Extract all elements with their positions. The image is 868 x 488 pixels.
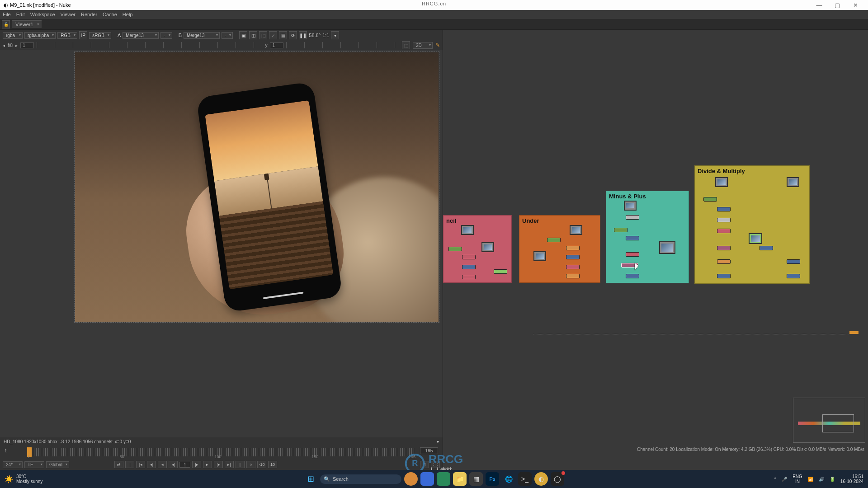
- taskbar-search[interactable]: 🔍 Search: [320, 474, 401, 484]
- grade-node[interactable]: [462, 255, 476, 259]
- wifi-icon[interactable]: 📶: [808, 477, 813, 482]
- fstop-label[interactable]: f/8: [8, 43, 13, 48]
- language-indicator[interactable]: ENG IN: [793, 474, 802, 484]
- grade-node[interactable]: [566, 265, 580, 269]
- photoshop-icon[interactable]: Ps: [486, 472, 499, 486]
- start-button[interactable]: ⊞: [304, 472, 317, 486]
- offscreen-node[interactable]: [849, 331, 859, 334]
- current-frame[interactable]: 1: [179, 462, 190, 468]
- play-fwd-button[interactable]: ▸: [203, 461, 212, 468]
- menu-file[interactable]: File: [3, 12, 11, 17]
- nuke-taskbar-icon[interactable]: ◐: [534, 472, 548, 486]
- ip-toggle[interactable]: IP: [79, 31, 87, 39]
- info-expand-icon[interactable]: ▾: [437, 439, 439, 444]
- windows-taskbar[interactable]: ☀️ 30°C Mostly sunny ⊞ 🔍 Search 📁 ▦ Ps 🌐…: [0, 470, 868, 488]
- prev-frame-icon[interactable]: ◂: [3, 43, 5, 48]
- play-back-button[interactable]: ◂: [158, 461, 167, 468]
- sync-icon[interactable]: ⇄: [114, 461, 123, 468]
- transform-node[interactable]: [566, 255, 580, 259]
- viewer-menu-icon[interactable]: ▾: [331, 31, 339, 39]
- step-fwd-button[interactable]: |▸: [192, 461, 201, 468]
- viewer-canvas[interactable]: [0, 50, 443, 437]
- scope-dropdown[interactable]: Global: [46, 461, 69, 468]
- annotate-icon[interactable]: ✎: [435, 42, 440, 48]
- gamma-value[interactable]: 1: [270, 42, 283, 48]
- close-button[interactable]: ✕: [846, 2, 864, 9]
- read-node[interactable]: [715, 177, 728, 187]
- transform-node[interactable]: [760, 246, 773, 250]
- shuffle-node[interactable]: [566, 274, 580, 278]
- input-a-dash[interactable]: -: [160, 32, 172, 39]
- grade-node[interactable]: [462, 275, 476, 279]
- obs-icon[interactable]: ◯: [551, 472, 564, 486]
- zoom-ratio[interactable]: 1:1: [322, 33, 329, 38]
- colorspace-dropdown[interactable]: sRGB: [89, 32, 111, 39]
- menu-viewer[interactable]: Viewer: [61, 12, 75, 17]
- shuffle-node[interactable]: [566, 246, 580, 250]
- zoom-level[interactable]: 58.8°: [309, 33, 321, 38]
- weather-widget[interactable]: 30°C Mostly sunny: [16, 474, 42, 484]
- overlay-icon[interactable]: ▣: [239, 31, 247, 39]
- tray-mic-icon[interactable]: 🎤: [782, 477, 787, 482]
- gain-value[interactable]: 1: [20, 42, 34, 48]
- backdrop-minus-plus[interactable]: Minus & Plus: [606, 191, 689, 283]
- gain-slider[interactable]: [37, 42, 262, 48]
- clip-icon[interactable]: ⬚: [259, 31, 267, 39]
- file-explorer-icon[interactable]: 📁: [453, 472, 467, 486]
- transform-node[interactable]: [787, 259, 800, 264]
- transform-node[interactable]: [717, 207, 731, 211]
- constant-node[interactable]: [717, 218, 731, 222]
- proxy-icon[interactable]: ▤: [279, 31, 287, 39]
- lock-icon[interactable]: 🔒: [2, 20, 10, 28]
- node-graph-minimap[interactable]: [793, 398, 865, 443]
- backdrop-under[interactable]: Under: [519, 215, 600, 283]
- tab-close-icon[interactable]: ×: [37, 22, 40, 27]
- region-icon[interactable]: ⬚: [402, 41, 410, 49]
- channel-dropdown-1[interactable]: rgba: [3, 32, 23, 39]
- roi-icon[interactable]: ⟋: [269, 31, 277, 39]
- gamma-slider[interactable]: [286, 42, 399, 48]
- menu-cache[interactable]: Cache: [103, 12, 117, 17]
- read-node[interactable]: [749, 233, 762, 244]
- app-icon-1[interactable]: [404, 472, 418, 486]
- next-key-button[interactable]: |▸: [214, 461, 223, 468]
- tf-dropdown[interactable]: TF: [24, 461, 44, 468]
- pause-icon[interactable]: ❚❚: [299, 31, 307, 39]
- read-node[interactable]: [787, 177, 799, 187]
- view-mode-dropdown[interactable]: 2D: [413, 42, 433, 49]
- grade-node[interactable]: [626, 252, 639, 257]
- volume-icon[interactable]: 🔊: [819, 477, 824, 482]
- fps-dropdown[interactable]: 24*: [3, 461, 23, 468]
- transform-node[interactable]: [717, 274, 731, 278]
- transform-node[interactable]: [626, 274, 639, 278]
- input-a-dropdown[interactable]: Merge13: [123, 32, 159, 39]
- transform-node[interactable]: [787, 274, 800, 278]
- copy-node[interactable]: [494, 269, 507, 274]
- menu-edit[interactable]: Edit: [16, 12, 25, 17]
- read-node[interactable]: [570, 225, 582, 235]
- menu-help[interactable]: Help: [123, 12, 133, 17]
- terminal-icon[interactable]: >_: [518, 472, 532, 486]
- merge-node[interactable]: [614, 228, 627, 232]
- next-frame-icon[interactable]: ▸: [15, 43, 18, 48]
- merge-node[interactable]: [717, 246, 731, 250]
- channel-dropdown-3[interactable]: RGB: [57, 32, 77, 39]
- merge-node[interactable]: [703, 197, 717, 202]
- app-icon-5[interactable]: ▦: [469, 472, 483, 486]
- app-icon-2[interactable]: [420, 472, 434, 486]
- read-node[interactable]: [481, 242, 494, 252]
- menu-render[interactable]: Render: [81, 12, 97, 17]
- input-b-dash[interactable]: -: [222, 32, 233, 39]
- shuffle-node[interactable]: [717, 259, 731, 264]
- merge-node[interactable]: [547, 238, 561, 242]
- tray-chevron-icon[interactable]: ˄: [774, 477, 776, 482]
- read-node[interactable]: [461, 225, 474, 235]
- refresh-icon[interactable]: ⟳: [289, 31, 297, 39]
- read-node[interactable]: [533, 251, 546, 261]
- prev-key-button[interactable]: ◂|: [147, 461, 156, 468]
- timeline-start[interactable]: 1: [5, 448, 7, 453]
- chrome-icon[interactable]: 🌐: [502, 472, 515, 486]
- last-frame-button[interactable]: |: [236, 461, 245, 468]
- maximize-button[interactable]: ▢: [828, 2, 846, 9]
- jump-back-button[interactable]: -10: [257, 461, 266, 468]
